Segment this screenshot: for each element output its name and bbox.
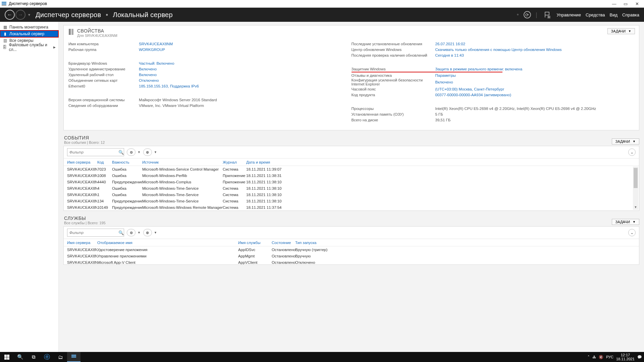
sidebar-item-file-services[interactable]: 🗄 Файловые службы и сл... ▶ [0, 44, 58, 51]
filter-options-button[interactable]: ⊜ [127, 148, 136, 156]
property-value[interactable]: Параметры [435, 73, 456, 77]
cell-source: Microsoft-Windows-Time-Service [142, 199, 223, 203]
search-icon[interactable]: 🔍 [118, 230, 124, 235]
filter-tags-button[interactable]: ⊛ [143, 148, 152, 156]
table-row[interactable]: SRVK4UCEAX8NMУправление приложениямиAppM… [64, 253, 639, 259]
property-value[interactable]: Скачивать только обновления с помощью Це… [435, 48, 562, 52]
maximize-button[interactable]: ▭ [620, 0, 631, 7]
property-label: Отзывы и диагностика [352, 73, 435, 77]
sidebar-item-local-server[interactable]: ▮ Локальный сервер [0, 31, 58, 37]
table-row[interactable]: SRVK4UCEAX8NM10149ПредупреждениеMicrosof… [64, 204, 639, 210]
property-value[interactable]: 185.158.155.163, Поддержка IPv6 [139, 84, 199, 88]
content-area: СВОЙСТВА Для SRVK4UCEAX8NM ЗАДАЧИ▼ Имя к… [59, 22, 644, 352]
view-menu[interactable]: Вид [609, 12, 618, 17]
search-icon[interactable]: 🔍 [118, 150, 124, 155]
filter-field[interactable] [67, 150, 118, 154]
volume-icon[interactable]: 🔇 [599, 355, 603, 359]
cell-server: SRVK4UCEAX8NM [67, 167, 97, 171]
table-row[interactable]: SRVK4UCEAX8NMУдостоверение приложенияApp… [64, 246, 639, 253]
refresh-icon[interactable]: ⟳ [524, 11, 531, 18]
filter-options-button[interactable]: ⊜ [127, 229, 136, 236]
events-scrollbar[interactable]: ▲ ▼ [633, 167, 638, 210]
search-button[interactable]: 🔍 [13, 352, 27, 362]
tasks-button[interactable]: ЗАДАЧИ▼ [607, 28, 635, 34]
tray-chevron-icon[interactable]: ˄ [588, 355, 590, 359]
property-value[interactable]: Включено [139, 67, 157, 71]
header: ← → ▾ Диспетчер серверов • Локальный сер… [0, 8, 644, 22]
col-state[interactable]: Состояние [272, 241, 295, 245]
manage-menu[interactable]: Управление [557, 12, 581, 17]
close-button[interactable]: ✕ [631, 0, 643, 7]
col-journal[interactable]: Журнал [223, 160, 246, 164]
property-value[interactable]: Частный: Включено [139, 61, 174, 65]
sidebar-item-label: Локальный сервер [9, 32, 44, 36]
property-value[interactable]: 00377-60000-00000-AA934 (активировано) [435, 93, 512, 97]
help-menu[interactable]: Справка [622, 12, 639, 17]
sidebar-item-label: Все серверы [9, 38, 34, 43]
cell-server: SRVK4UCEAX8NM [67, 205, 97, 209]
col-server[interactable]: Имя сервера [67, 160, 97, 164]
back-button[interactable]: ← [5, 10, 15, 20]
ie-icon[interactable]: ⓔ [40, 352, 54, 362]
chevron-down-icon[interactable]: ▼ [154, 150, 157, 154]
table-row[interactable]: SRVK4UCEAX8NMMicrosoft App-V ClientAppVC… [64, 259, 639, 264]
property-value[interactable]: Защита в режиме реального времени: включ… [435, 67, 523, 71]
table-row[interactable]: SRVK4UCEAX8NM4ОшибкаMicrosoft-Windows-Ti… [64, 185, 639, 191]
breadcrumb-root[interactable]: Диспетчер серверов [36, 11, 101, 18]
services-tasks-button[interactable]: ЗАДАЧИ▼ [612, 219, 639, 225]
language-indicator[interactable]: РУС [606, 355, 613, 359]
events-tasks-button[interactable]: ЗАДАЧИ▼ [612, 138, 639, 144]
forward-button[interactable]: → [15, 10, 25, 20]
col-server[interactable]: Имя сервера [67, 241, 97, 245]
sidebar-item-dashboard[interactable]: ▦ Панель мониторинга [0, 24, 58, 31]
col-datetime[interactable]: Дата и время [246, 160, 297, 164]
task-view-button[interactable]: ⧉ [27, 352, 40, 362]
property-value[interactable]: Включено [435, 80, 453, 84]
chevron-down-icon[interactable]: ▼ [154, 231, 157, 234]
table-row[interactable]: SRVK4UCEAX8NM1ОшибкаMicrosoft-Windows-Ti… [64, 191, 639, 198]
filter-field[interactable] [67, 231, 118, 235]
tools-menu[interactable]: Средства [586, 12, 605, 17]
chevron-down-icon[interactable]: ▼ [138, 231, 141, 234]
action-center-icon[interactable]: 💬 [637, 355, 642, 359]
filter-tags-button[interactable]: ⊛ [143, 229, 152, 236]
property-value[interactable]: WORKGROUP [139, 48, 165, 52]
services-filter-input[interactable]: 🔍 [67, 229, 124, 237]
sidebar: ▦ Панель мониторинга ▮ Локальный сервер … [0, 22, 59, 352]
scroll-thumb[interactable] [634, 168, 638, 188]
svg-rect-0 [2, 2, 6, 3]
clock[interactable]: 12:17 18.11.2021 [616, 353, 635, 361]
start-button[interactable] [0, 352, 13, 362]
property-value: Intel(R) Xeon(R) CPU E5-2698 v4 @ 2.20GH… [435, 107, 596, 111]
explorer-icon[interactable]: 🗂 [54, 352, 67, 362]
col-source[interactable]: Источник [142, 160, 223, 164]
property-value[interactable]: (UTC+03:00) Москва, Санкт-Петербург [435, 87, 504, 91]
cell-display: Удостоверение приложения [97, 248, 238, 252]
table-row[interactable]: SRVK4UCEAX8NM1008ОшибкаMicrosoft-Windows… [64, 172, 639, 179]
property-value[interactable]: Отключено [139, 78, 159, 82]
col-severity[interactable]: Важность [112, 160, 142, 164]
col-code[interactable]: Код [97, 160, 112, 164]
table-row[interactable]: SRVK4UCEAX8NM134ПредупреждениеMicrosoft-… [64, 198, 639, 204]
expand-button[interactable]: ⌄ [628, 148, 636, 156]
property-value[interactable]: Включено [139, 73, 157, 77]
table-row[interactable]: SRVK4UCEAX8NM7023ОшибкаMicrosoft-Windows… [64, 166, 639, 172]
events-filter-input[interactable]: 🔍 [67, 148, 124, 156]
cell-code: 134 [97, 199, 112, 203]
dropdown-chevron-icon[interactable]: ▾ [28, 12, 30, 17]
expand-button[interactable]: ⌄ [628, 229, 636, 236]
col-start[interactable]: Тип запуска [295, 241, 345, 245]
server-manager-taskbar-icon[interactable] [67, 352, 80, 362]
chevron-down-icon[interactable]: ▼ [138, 150, 141, 154]
events-table-header: Имя сервера Код Важность Источник Журнал… [64, 159, 639, 166]
col-display[interactable]: Отображаемое имя [97, 241, 238, 245]
col-svcname[interactable]: Имя службы [238, 241, 272, 245]
property-value[interactable]: 26.07.2021 16:02 [435, 42, 466, 46]
property-value[interactable]: Сегодня в 11:43 [435, 53, 464, 57]
network-icon[interactable]: 🖧 [592, 355, 596, 359]
notification-flag-icon[interactable]: 1 [542, 10, 552, 20]
table-row[interactable]: SRVK4UCEAX8NM4440ПредупреждениеMicrosoft… [64, 179, 639, 185]
property-value[interactable]: SRVK4UCEAX8NM [139, 42, 173, 46]
minimize-button[interactable]: — [608, 0, 620, 7]
scroll-down-icon[interactable]: ▼ [633, 204, 638, 210]
